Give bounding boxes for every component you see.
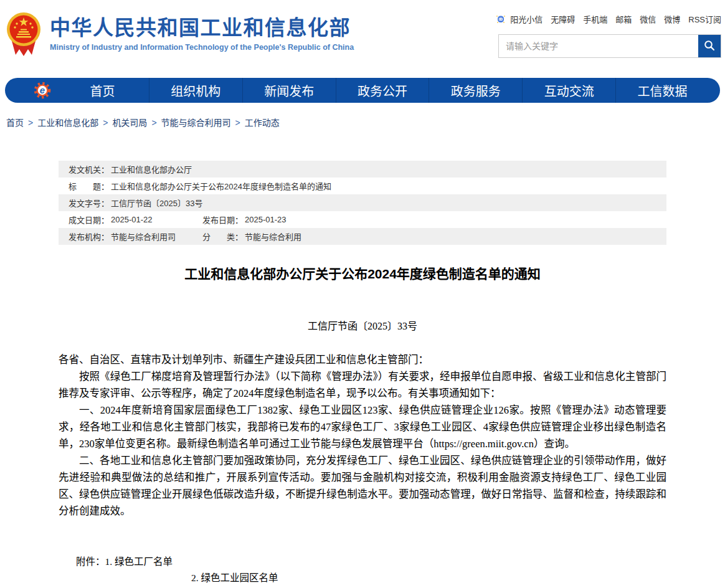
- article-title: 工业和信息化部办公厅关于公布2024年度绿色制造名单的通知: [59, 263, 666, 282]
- meta-value: 2025-01-23: [245, 215, 287, 224]
- meta-label: 分 类：: [202, 230, 243, 242]
- site-subtitle: Ministry of Industry and Information Tec…: [50, 43, 354, 52]
- meta-value: 工信厅节函〔2025〕33号: [111, 197, 202, 209]
- quick-link-mobile[interactable]: 手机端: [583, 13, 607, 25]
- meta-label: 发布机构：: [69, 230, 109, 242]
- breadcrumb-work-updates[interactable]: 工作动态: [245, 118, 280, 128]
- nav-item-news[interactable]: 新闻发布: [242, 78, 336, 103]
- document-meta-table: 发文机关： 工业和信息化部办公厅 标 题： 工业和信息化部办公厅关于公布2024…: [59, 161, 666, 245]
- doc-number: 工信厅节函〔2025〕33号: [59, 318, 666, 333]
- breadcrumb-separator: >: [151, 118, 156, 128]
- mascot-robot-icon[interactable]: [495, 14, 506, 25]
- breadcrumb-departments[interactable]: 机关司局: [112, 118, 147, 128]
- meta-label: 发文字号：: [69, 197, 109, 209]
- nav-item-gov-services[interactable]: 政务服务: [429, 78, 522, 103]
- paragraph-item-1: 一、2024年度新培育国家层面绿色工厂1382家、绿色工业园区123家、绿色供应…: [59, 402, 666, 452]
- nav-item-miit-data[interactable]: 工信数据: [615, 78, 709, 103]
- breadcrumb: 首页>工业和信息化部>机关司局>节能与综合利用司>工作动态: [6, 116, 725, 128]
- breadcrumb-miit[interactable]: 工业和信息化部: [37, 118, 98, 128]
- search-button[interactable]: [698, 35, 721, 57]
- site-logo-block[interactable]: 中华人民共和国工业和信息化部 Ministry of Industry and …: [6, 10, 354, 59]
- nav-items: 首页 组织机构 新闻发布 政务公开 政务服务 互动交流 工信数据: [56, 78, 720, 103]
- document-content: 发文机关： 工业和信息化部办公厅 标 题： 工业和信息化部办公厅关于公布2024…: [59, 161, 666, 588]
- quick-link-weibo[interactable]: 微博: [664, 13, 680, 25]
- meta-row-publisher-category: 发布机构： 节能与综合利用司 分 类： 节能与综合利用: [59, 228, 666, 245]
- meta-label: 发文机关：: [69, 163, 109, 175]
- quick-links: 阳光小信 无障碍 手机端 邮箱 微信 微博 RSS订阅: [498, 13, 721, 25]
- attachments-list: 附件：1. 绿色工厂名单 2. 绿色工业园区名单 3. 绿色供应链管理企业名单: [59, 554, 666, 588]
- site-title: 中华人民共和国工业和信息化部: [50, 17, 354, 39]
- nav-item-home[interactable]: 首页: [56, 78, 149, 103]
- meta-row-issuing-agency: 发文机关： 工业和信息化部办公厅: [59, 161, 666, 178]
- meta-row-doc-number: 发文字号： 工信厅节函〔2025〕33号: [59, 194, 666, 211]
- paragraph-intro: 按照《绿色工厂梯度培育及管理暂行办法》（以下简称《管理办法》）有关要求，经申报单…: [59, 368, 666, 402]
- paragraph-item-2: 二、各地工业和信息化主管部门要加强政策协同，充分发挥绿色工厂、绿色工业园区、绿色…: [59, 452, 666, 519]
- attachment-1: 附件：1. 绿色工厂名单: [76, 554, 666, 570]
- meta-row-title: 标 题： 工业和信息化部办公厅关于公布2024年度绿色制造名单的通知: [59, 178, 666, 194]
- breadcrumb-separator: >: [103, 118, 108, 128]
- gear-e-logo-icon: e: [34, 82, 51, 99]
- search-input[interactable]: [499, 35, 698, 57]
- national-emblem-icon: [6, 10, 41, 59]
- quick-link-wechat[interactable]: 微信: [640, 13, 656, 25]
- breadcrumb-separator: >: [235, 118, 240, 128]
- meta-label: 标 题：: [69, 180, 109, 192]
- breadcrumb-energy-dept[interactable]: 节能与综合利用司: [161, 118, 231, 128]
- main-nav: e 首页 组织机构 新闻发布 政务公开 政务服务 互动交流 工信数据: [5, 78, 720, 103]
- breadcrumb-home[interactable]: 首页: [6, 118, 24, 128]
- meta-value: 工业和信息化部办公厅关于公布2024年度绿色制造名单的通知: [111, 180, 331, 192]
- meta-value: 节能与综合利用: [245, 230, 301, 242]
- quick-link-sunshine[interactable]: 阳光小信: [510, 13, 543, 25]
- nav-item-interaction[interactable]: 互动交流: [522, 78, 615, 103]
- nav-item-gov-disclosure[interactable]: 政务公开: [336, 78, 429, 103]
- quick-link-rss[interactable]: RSS订阅: [688, 13, 721, 25]
- meta-label: 成文日期：: [69, 214, 109, 225]
- svg-text:e: e: [40, 85, 45, 95]
- meta-value: 节能与综合利用司: [111, 230, 176, 242]
- search-icon: [703, 39, 716, 54]
- meta-row-dates: 成文日期： 2025-01-22 发布日期： 2025-01-23: [59, 211, 666, 228]
- site-title-block: 中华人民共和国工业和信息化部 Ministry of Industry and …: [50, 17, 354, 51]
- article-body: 各省、自治区、直辖市及计划单列市、新疆生产建设兵团工业和信息化主管部门： 按照《…: [59, 351, 666, 519]
- nav-item-organization[interactable]: 组织机构: [149, 78, 242, 103]
- meta-label: 发布日期：: [202, 214, 243, 225]
- salutation: 各省、自治区、直辖市及计划单列市、新疆生产建设兵团工业和信息化主管部门：: [59, 351, 666, 368]
- header-utility: 阳光小信 无障碍 手机端 邮箱 微信 微博 RSS订阅: [498, 13, 721, 58]
- breadcrumb-separator: >: [28, 118, 33, 128]
- search-bar: [498, 34, 721, 58]
- quick-link-mail[interactable]: 邮箱: [615, 13, 632, 25]
- quick-link-accessibility[interactable]: 无障碍: [551, 13, 575, 25]
- site-header: 中华人民共和国工业和信息化部 Ministry of Industry and …: [0, 0, 725, 75]
- meta-value: 2025-01-22: [111, 215, 153, 224]
- attachment-2: 2. 绿色工业园区名单: [191, 570, 666, 586]
- meta-value: 工业和信息化部办公厅: [111, 163, 192, 175]
